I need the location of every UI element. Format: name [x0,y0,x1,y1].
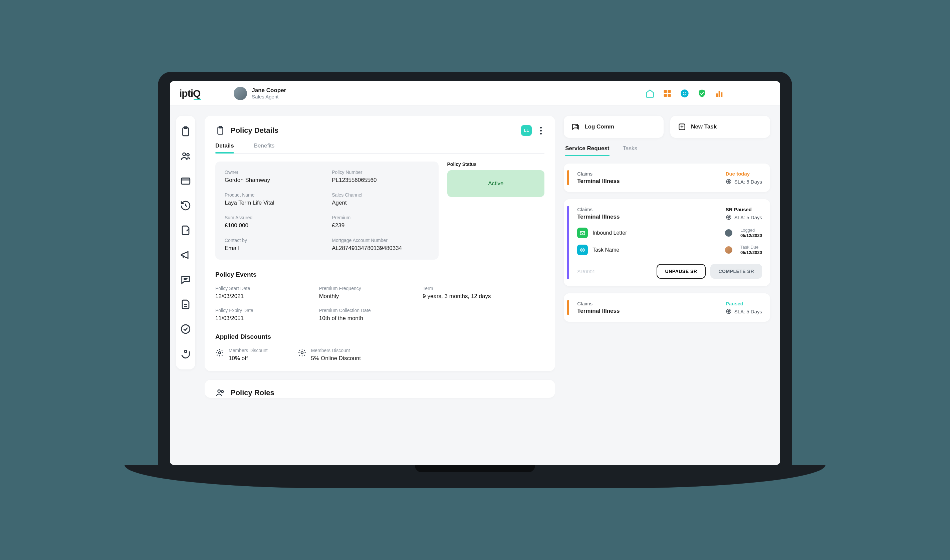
tab-benefits[interactable]: Benefits [254,143,274,153]
current-user[interactable]: Jane Cooper Sales Agent [234,87,286,100]
policy-status-label: Policy Status [447,162,545,167]
discounts: Members Discount10% off Members Discount… [215,348,544,362]
more-menu-icon[interactable] [537,127,544,134]
target-icon [577,245,588,255]
hand-icon[interactable] [180,348,191,359]
policy-details-card: Policy Details LL Details Benefits Owne [205,116,555,371]
megaphone-icon[interactable] [180,249,191,261]
svg-point-5 [683,92,684,93]
svg-point-33 [728,181,729,182]
users-icon[interactable] [180,151,191,162]
policy-events: Policy Start Date12/03/2021 Premium Freq… [215,286,544,322]
policy-fields: OwnerGordon Shamway Policy NumberPL12355… [215,162,439,260]
svg-point-4 [681,89,688,97]
unpause-sr-button[interactable]: UNPAUSE SR [657,264,706,278]
users-icon [215,388,225,398]
svg-rect-14 [181,178,190,184]
file-icon[interactable] [180,299,191,310]
smile-icon[interactable] [680,89,689,98]
topbar-icons [645,89,724,98]
history-icon[interactable] [180,200,191,211]
policy-status-badge: Active [447,170,545,197]
roles-title: Policy Roles [231,388,544,397]
complete-sr-button[interactable]: COMPLETE SR [710,264,762,278]
action-buttons: Log Comm New Task [564,116,770,138]
svg-point-26 [218,390,221,392]
tab-service-request[interactable]: Service Request [565,145,609,156]
log-comm-button[interactable]: Log Comm [564,116,664,138]
clipboard-icon [215,126,225,135]
app-screen: iptiQ Jane Cooper Sales Agent [170,81,780,465]
side-panel-tabs: Service Request Tasks [564,145,770,156]
svg-point-27 [221,391,223,392]
svg-point-6 [685,92,686,93]
sla-row: SLA: 5 Days [726,178,762,185]
sr-id: SR0001 [577,269,651,274]
sr-status: SR Paused [726,206,752,212]
sr-card[interactable]: Claims Terminal Illness Paused SLA: 5 Da… [564,293,770,322]
policy-events-title: Policy Events [215,271,544,278]
discounts-title: Applied Discounts [215,333,544,340]
policy-roles-card: Policy Roles [205,380,555,398]
avatar [725,229,732,237]
svg-point-12 [183,153,186,156]
svg-point-42 [728,311,729,312]
topbar: iptiQ Jane Cooper Sales Agent [170,81,780,106]
sidebar [170,106,201,465]
chat-icon[interactable] [180,274,191,285]
avatar [725,246,732,254]
sla-row: SLA: 5 Days [726,214,762,220]
user-role: Sales Agent [252,94,286,100]
policy-badge: LL [521,125,532,136]
clipboard-icon[interactable] [180,126,191,137]
svg-point-20 [181,325,190,334]
new-task-button[interactable]: New Task [670,116,770,138]
doc-edit-icon[interactable] [180,225,191,236]
sr-card[interactable]: Claims Terminal Illness Due today SLA: 5… [564,163,770,192]
tab-tasks[interactable]: Tasks [623,145,637,156]
svg-rect-9 [721,92,723,97]
svg-rect-0 [664,90,667,93]
svg-point-21 [184,350,186,352]
svg-rect-7 [716,94,718,97]
brand-logo: iptiQ [179,88,200,99]
home-icon[interactable] [645,89,654,98]
svg-rect-1 [668,90,671,93]
sr-status: Paused [726,301,744,306]
gear-icon [215,348,224,357]
mail-icon [577,228,588,238]
svg-rect-3 [668,94,671,97]
svg-point-24 [219,352,221,354]
chart-icon[interactable] [714,89,724,98]
card-icon[interactable] [180,175,191,186]
svg-point-25 [301,352,303,354]
avatar [234,87,247,100]
card-title: Policy Details [231,126,516,135]
check-circle-icon[interactable] [180,323,191,335]
svg-point-38 [580,248,585,252]
svg-rect-8 [719,91,721,97]
sr-task-row[interactable]: Inbound Letter Logged05/12/2020 [577,228,762,238]
shield-icon[interactable] [697,89,707,98]
grid-icon[interactable] [663,89,672,98]
svg-point-36 [728,217,729,218]
tab-details[interactable]: Details [215,143,234,153]
user-name: Jane Cooper [252,87,286,94]
sr-status: Due today [726,171,750,177]
laptop-mockup: iptiQ Jane Cooper Sales Agent [158,72,792,488]
policy-tabs: Details Benefits [215,143,544,154]
sr-task-row[interactable]: Task Name Task Due05/12/2020 [577,245,762,255]
gear-icon [298,348,306,357]
sr-card-expanded[interactable]: Claims Terminal Illness SR Paused SLA: 5… [564,199,770,286]
sla-row: SLA: 5 Days [726,308,762,314]
svg-rect-2 [664,94,667,97]
svg-point-13 [187,154,189,156]
svg-point-39 [582,249,584,251]
svg-rect-37 [580,232,585,235]
